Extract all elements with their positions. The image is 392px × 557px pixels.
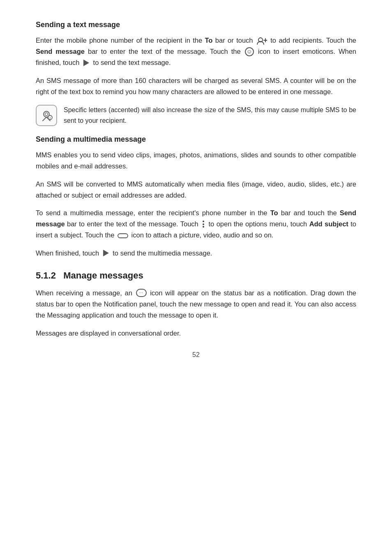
- paperclip-icon: [117, 232, 129, 239]
- send-message-label-1: Send message: [36, 48, 85, 55]
- add-subject-label: Add subject: [309, 220, 348, 228]
- para3-text-3: bar to enter the text of the message. To…: [65, 220, 201, 228]
- to-label-1: To: [205, 37, 213, 44]
- section-manage-messages: 5.1.2 Manage messages When receiving a m…: [36, 270, 356, 339]
- note-icon: !: [36, 105, 57, 126]
- multimedia-para2: An SMS will be converted to MMS automati…: [36, 179, 356, 201]
- sms-notification-icon: ···: [136, 289, 147, 297]
- manage-para1-text-1: When receiving a message, an: [36, 289, 135, 297]
- para1-text-3: to add recipients. Touch the: [270, 37, 356, 44]
- para1-text-4: bar to enter the text of the message. To…: [85, 48, 244, 55]
- send-icon-2: [102, 250, 110, 257]
- three-dots-icon: [201, 221, 205, 228]
- multimedia-para1: MMS enables you to send video clips, ima…: [36, 150, 356, 172]
- note-box: ! Specific letters (accented) will also …: [36, 105, 356, 126]
- section-sending-text: Sending a text message Enter the mobile …: [36, 21, 356, 126]
- svg-text:!: !: [50, 116, 51, 120]
- para3-text-6: icon to attach a picture, video, audio a…: [131, 231, 274, 239]
- section-title-text-message: Sending a text message: [36, 21, 356, 29]
- para3-text-4: to open the options menu, touch: [209, 220, 309, 228]
- text-message-para2: An SMS message of more than 160 characte…: [36, 75, 356, 97]
- para4-text-2: to send the multimedia message.: [113, 249, 212, 257]
- manage-messages-para1: When receiving a message, an ··· icon wi…: [36, 288, 356, 321]
- multimedia-para3: To send a multimedia message, enter the …: [36, 207, 356, 241]
- para4-text-1: When finished, touch: [36, 249, 101, 257]
- manage-messages-para2: Messages are displayed in conversational…: [36, 328, 356, 339]
- multimedia-para4: When finished, touch to send the multime…: [36, 248, 356, 259]
- para3-text-2: bar and touch the: [278, 209, 340, 216]
- page-container: Sending a text message Enter the mobile …: [28, 0, 364, 375]
- section-title-manage: Manage messages: [63, 270, 143, 281]
- section-number: 5.1.2: [36, 270, 56, 281]
- para1-text-1: Enter the mobile phone number of the rec…: [36, 37, 205, 44]
- para1-text-6: to send the text message.: [93, 59, 171, 66]
- note-text: Specific letters (accented) will also in…: [64, 105, 356, 126]
- svg-rect-7: [118, 234, 128, 238]
- para3-text-1: To send a multimedia message, enter the …: [36, 209, 270, 216]
- to-label-2: To: [270, 209, 278, 216]
- section-sending-multimedia: Sending a multimedia message MMS enables…: [36, 135, 356, 259]
- send-icon-1: [82, 60, 90, 67]
- para1-text-2: bar or touch: [212, 37, 253, 44]
- smiley-icon: ☺: [245, 47, 254, 56]
- add-person-icon: [256, 37, 267, 45]
- section-512-title: 5.1.2 Manage messages: [36, 270, 356, 281]
- page-number: 52: [36, 351, 356, 359]
- section-title-multimedia-message: Sending a multimedia message: [36, 135, 356, 144]
- svg-point-4: [45, 113, 48, 116]
- text-message-para1: Enter the mobile phone number of the rec…: [36, 35, 356, 69]
